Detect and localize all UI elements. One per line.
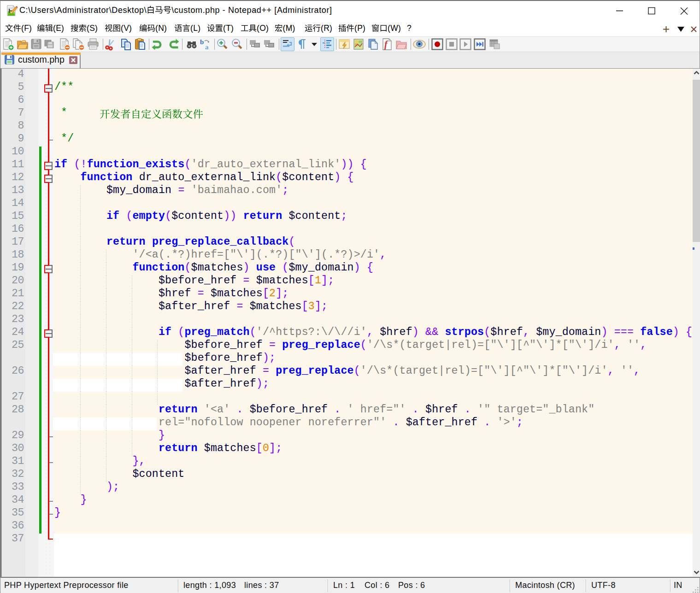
svg-text:a: a [205,43,209,51]
svg-text:b: b [200,38,204,46]
